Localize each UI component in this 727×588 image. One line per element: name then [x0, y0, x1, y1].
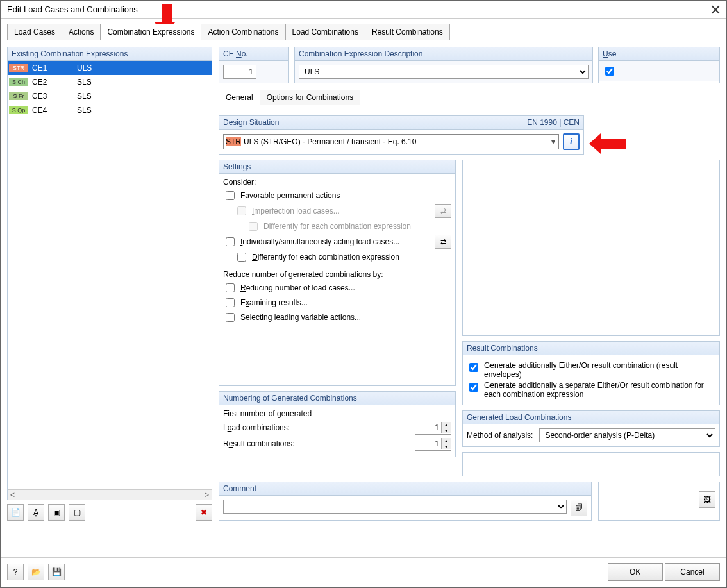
close-icon[interactable] [711, 5, 720, 14]
individually-checkbox[interactable] [226, 237, 235, 246]
ce-badge: S Qp [9, 106, 28, 114]
gen-separate-checkbox[interactable] [469, 383, 478, 392]
tab-actions[interactable]: Actions [62, 24, 101, 40]
reducing-label: Reducing number of load cases... [240, 283, 355, 292]
tab-result-combinations[interactable]: Result Combinations [365, 24, 450, 40]
ce-list[interactable]: STR CE1 ULS S Ch CE2 SLS S Fr CE3 SLS S … [8, 61, 212, 489]
titlebar: Edit Load Cases and Combinations [1, 1, 726, 19]
imperfection-edit-button[interactable]: ⇄ [435, 204, 451, 218]
ce-desc: SLS [74, 78, 212, 87]
individually-edit-button[interactable]: ⇄ [435, 235, 451, 249]
result-combos-title: Result Combinations [463, 342, 719, 355]
diff2-label: Differently for each combination express… [252, 253, 399, 262]
open-button[interactable]: 📂 [28, 564, 44, 580]
ce-id: CE2 [29, 78, 74, 87]
rename-button[interactable]: A͓ [28, 504, 44, 521]
ce-id: CE1 [29, 63, 74, 72]
selecting-label: Selecting leading variable actions... [240, 313, 361, 322]
ce-badge: S Fr [9, 92, 28, 100]
selecting-checkbox[interactable] [226, 313, 235, 322]
examining-label: Examining results... [240, 298, 308, 307]
gen-load-title: Generated Load Combinations [463, 411, 719, 424]
save-button[interactable]: 💾 [48, 564, 65, 580]
list-item[interactable]: S Ch CE2 SLS [8, 75, 212, 89]
cancel-button[interactable]: Cancel [665, 563, 720, 581]
load-combos-spinner[interactable]: ▲▼ [415, 421, 451, 435]
gen-separate-label: Generate additionally a separate Either/… [484, 381, 715, 399]
favorable-label: Favorable permanent actions [240, 191, 340, 200]
tab-load-cases[interactable]: Load Cases [7, 24, 62, 40]
ds-text: ULS (STR/GEO) - Permanent / transient - … [241, 137, 547, 146]
ce-badge: STR [9, 64, 28, 72]
result-combos-spinner[interactable]: ▲▼ [415, 437, 451, 451]
ce-id: CE3 [29, 92, 74, 101]
main-tabs: Load Cases Actions Combination Expressio… [7, 24, 720, 40]
comment-edit-button[interactable]: 🗐 [571, 500, 587, 516]
ds-badge: STR [226, 137, 241, 146]
delete-button[interactable]: ✖ [196, 504, 212, 521]
use-label: Use [599, 47, 719, 61]
comment-title: Comment [219, 482, 591, 496]
scrollbar-horizontal[interactable]: <> [8, 489, 212, 500]
subtab-general[interactable]: General [219, 90, 260, 105]
list-item[interactable]: S Fr CE3 SLS [8, 89, 212, 103]
ce-desc: SLS [74, 106, 212, 115]
tab-action-combinations[interactable]: Action Combinations [201, 24, 285, 40]
method-label: Method of analysis: [467, 431, 533, 440]
subtab-options[interactable]: Options for Combinations [260, 90, 360, 105]
design-situation-select[interactable]: STR ULS (STR/GEO) - Permanent / transien… [223, 134, 559, 149]
ce-badge: S Ch [9, 78, 28, 86]
tab-combination-expressions[interactable]: Combination Expressions [100, 24, 201, 40]
comment-select[interactable] [223, 500, 567, 514]
favorable-checkbox[interactable] [226, 191, 235, 200]
existing-ce-panel: Existing Combination Expressions STR CE1… [7, 47, 212, 500]
uncheck-button[interactable]: ▢ [69, 504, 85, 521]
help-button[interactable]: ? [7, 564, 24, 580]
ce-no-label: CE No. [219, 47, 288, 61]
list-item[interactable]: STR CE1 ULS [8, 61, 212, 75]
method-select[interactable]: Second-order analysis (P-Delta) [539, 428, 715, 442]
dialog-footer: ? 📂 💾 OK Cancel [1, 557, 726, 587]
gen-either-or-label: Generate additionally Either/Or result c… [484, 361, 715, 379]
list-item[interactable]: S Qp CE4 SLS [8, 103, 212, 117]
consider-label: Consider: [223, 178, 451, 187]
reducing-checkbox[interactable] [226, 283, 235, 292]
subtabs: General Options for Combinations [219, 90, 720, 105]
gen-either-or-checkbox[interactable] [469, 363, 478, 372]
first-number-label: First number of generated [223, 409, 451, 418]
individually-label: Individually/simultaneously acting load … [240, 237, 399, 246]
existing-ce-title: Existing Combination Expressions [8, 47, 212, 61]
diff1-checkbox [249, 222, 258, 231]
result-combos-label: Result combinations: [223, 439, 294, 448]
info-button[interactable]: i [563, 133, 580, 150]
new-ce-button[interactable]: 📄 [7, 504, 24, 521]
design-situation-title: Design Situation EN 1990 | CEN [219, 116, 583, 130]
settings-title: Settings [219, 160, 455, 174]
image-button[interactable]: 🖼 [699, 491, 715, 508]
spare-panel [463, 453, 719, 476]
diff2-checkbox[interactable] [237, 253, 246, 262]
ok-button[interactable]: OK [608, 563, 663, 581]
check-button[interactable]: ▣ [48, 504, 65, 521]
design-standard-label: EN 1990 | CEN [527, 118, 580, 127]
window-title: Edit Load Cases and Combinations [7, 4, 138, 14]
examining-checkbox[interactable] [226, 298, 235, 307]
ce-desc: ULS [74, 63, 212, 72]
imperfection-label: Imperfection load cases... [252, 206, 340, 215]
use-checkbox[interactable] [605, 67, 614, 76]
ce-desc: SLS [74, 92, 212, 101]
ce-desc-select[interactable]: ULS [299, 65, 589, 79]
reduce-label: Reduce number of generated combinations … [223, 270, 451, 279]
ce-id: CE4 [29, 106, 74, 115]
preview-panel [463, 160, 719, 335]
diff1-label: Differently for each combination express… [263, 222, 411, 231]
imperfection-checkbox [237, 206, 246, 215]
ce-toolbar: 📄 A͓ ▣ ▢ ✖ [7, 504, 212, 521]
numbering-title: Numbering of Generated Combinations [219, 392, 455, 405]
ce-no-input[interactable] [223, 65, 256, 79]
load-combos-label: Load combinations: [223, 423, 290, 432]
ce-desc-label: Combination Expression Description [295, 47, 592, 61]
chevron-down-icon: ▾ [547, 137, 558, 146]
tab-load-combinations[interactable]: Load Combinations [285, 24, 365, 40]
